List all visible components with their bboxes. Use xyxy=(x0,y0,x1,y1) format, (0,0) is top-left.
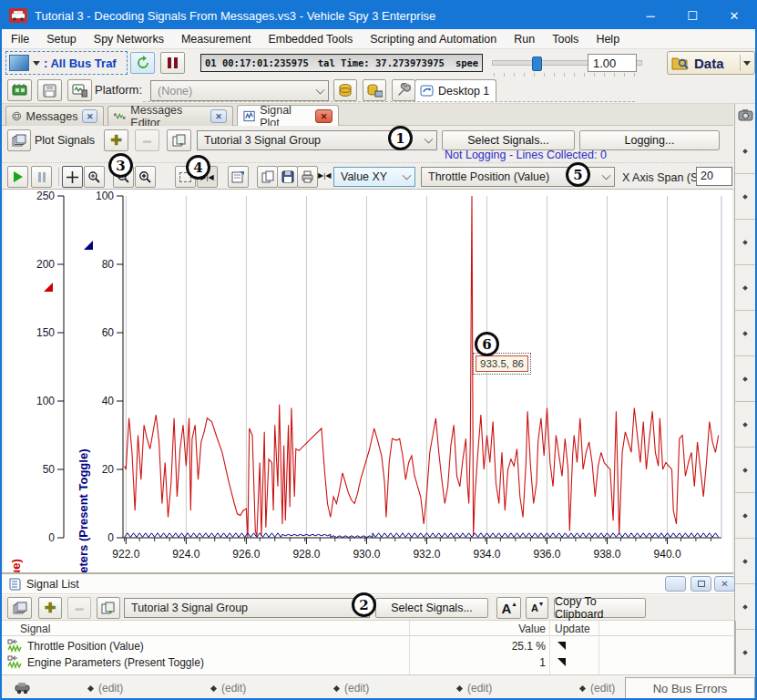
signal-list-menu-button[interactable] xyxy=(7,597,32,619)
copy-clipboard-label: Copy To Clipboard xyxy=(555,595,645,621)
dock-panel-handle[interactable] xyxy=(735,402,755,448)
copy-to-clipboard-button[interactable]: Copy To Clipboard xyxy=(554,598,646,618)
tab-signal-plot[interactable]: Signal Plot ✕ xyxy=(237,105,339,127)
column-header-value[interactable]: Value xyxy=(473,623,546,635)
chevron-down-icon[interactable] xyxy=(743,61,751,66)
column-header-update[interactable]: Update xyxy=(555,623,590,635)
signal-name: Throttle Position (Value) xyxy=(27,640,144,653)
plot-print-button[interactable] xyxy=(297,166,318,188)
x-tick-label: 926.0 xyxy=(232,548,260,561)
save-setup-button[interactable] xyxy=(37,79,62,101)
data-button[interactable]: Data xyxy=(667,51,755,75)
tab-desktop-1[interactable]: Desktop 1 xyxy=(414,79,496,102)
add-plot-button[interactable]: ✚ xyxy=(104,129,128,151)
tab-messages[interactable]: Messages ✕ xyxy=(5,106,104,126)
speed-value-input[interactable]: 1.00 xyxy=(588,54,637,72)
platform-config-button[interactable] xyxy=(67,79,92,101)
status-edit-slot[interactable]: (edit) xyxy=(88,682,123,695)
menu-file[interactable]: File xyxy=(11,33,29,46)
dock-panel-handle[interactable] xyxy=(735,356,755,402)
tab-close-button[interactable]: ✕ xyxy=(82,109,97,123)
plot-pause-button[interactable] xyxy=(31,166,52,188)
remove-signal-group-button[interactable]: ▬ xyxy=(67,597,91,619)
menu-help[interactable]: Help xyxy=(596,33,619,46)
plot-mode-select[interactable]: Value XY xyxy=(333,167,415,187)
refresh-button[interactable] xyxy=(130,52,155,74)
close-button[interactable]: ✕ xyxy=(713,2,755,29)
red-axis-title: Throttle Position (Value) xyxy=(9,559,23,572)
slider-thumb[interactable] xyxy=(532,57,542,71)
platform-select[interactable]: (None) xyxy=(150,80,329,101)
tab-close-button[interactable]: ✕ xyxy=(210,109,227,123)
bus-filter-label: : All Bus Traf xyxy=(44,57,117,70)
window-title: Tutorial 3 - Decoding Signals From Messa… xyxy=(35,9,629,23)
save-icon xyxy=(281,170,294,183)
edit-label: (edit) xyxy=(590,682,615,695)
copy-group-button[interactable] xyxy=(167,129,191,151)
dock-panel-handle[interactable] xyxy=(735,584,755,630)
select-signals-button[interactable]: Select Signals... xyxy=(375,598,488,618)
font-bigger-button[interactable]: A▴ xyxy=(496,597,521,619)
menu-embedded-tools[interactable]: Embedded Tools xyxy=(268,33,353,46)
menu-scripting-and-automation[interactable]: Scripting and Automation xyxy=(370,33,496,46)
dock-panel-handle[interactable] xyxy=(735,311,755,356)
chevron-down-icon xyxy=(403,171,412,180)
zoom-in-button[interactable] xyxy=(135,166,156,188)
menu-setup[interactable]: Setup xyxy=(46,33,77,46)
table-row[interactable]: Throttle Position (Value)25.1 % xyxy=(2,638,733,654)
status-edit-slot[interactable]: (edit) xyxy=(334,682,369,695)
plot-signals-menu-button[interactable] xyxy=(7,129,31,151)
column-header-signal[interactable]: Signal xyxy=(20,623,50,635)
dock-panel-handle[interactable] xyxy=(735,220,755,265)
dock-panel-handle[interactable] xyxy=(735,448,755,493)
status-edit-slot[interactable]: (edit) xyxy=(211,682,246,695)
database-button[interactable] xyxy=(333,79,357,101)
red-tick-label: 250 xyxy=(36,190,55,202)
bus-filter-control[interactable]: : All Bus Traf xyxy=(5,51,128,75)
copy-group-button[interactable] xyxy=(97,597,120,619)
dock-panel-handle[interactable] xyxy=(735,265,755,311)
menu-run[interactable]: Run xyxy=(514,33,535,46)
signal-group-select[interactable]: Tutorial 3 Signal Group xyxy=(124,598,370,618)
logging-button[interactable]: Logging... xyxy=(579,130,720,150)
pan-mode-button[interactable] xyxy=(62,166,83,188)
x-axis-span-input[interactable]: 20 xyxy=(696,167,732,186)
dock-panel-handle[interactable] xyxy=(735,539,755,584)
panel-close-button[interactable]: ✕ xyxy=(714,576,735,592)
camera-icon[interactable] xyxy=(738,108,754,122)
dock-panel-handle[interactable] xyxy=(735,493,755,539)
tab-close-button[interactable]: ✕ xyxy=(315,109,332,123)
chart-canvas[interactable]: 922.0924.0926.0928.0930.0932.0934.0936.0… xyxy=(4,190,732,572)
plot-play-button[interactable] xyxy=(7,166,28,188)
panel-menu-button[interactable] xyxy=(665,576,686,592)
menu-measurement[interactable]: Measurement xyxy=(181,33,251,46)
minimize-button[interactable]: ─ xyxy=(629,2,671,29)
font-smaller-button[interactable]: A▾ xyxy=(526,597,548,619)
pause-button[interactable] xyxy=(160,52,185,74)
tab-messages-editor[interactable]: Messages Editor ✕ xyxy=(107,106,233,126)
dock-panel-handle[interactable] xyxy=(735,174,755,220)
blue-tick-label: 20 xyxy=(102,463,115,476)
add-signal-group-button[interactable]: ✚ xyxy=(38,597,62,619)
select-signals-button[interactable]: Select Signals... xyxy=(442,130,575,150)
plot-copy-button[interactable] xyxy=(257,166,278,188)
status-edit-slot[interactable]: (edit) xyxy=(457,682,492,695)
menu-spy-networks[interactable]: Spy Networks xyxy=(94,33,164,46)
zoom-mode-button[interactable] xyxy=(84,166,105,188)
dock-panel-handle[interactable] xyxy=(735,129,755,174)
table-row[interactable]: Engine Parameters (Present Toggle)1 xyxy=(2,654,733,671)
hardware-button[interactable] xyxy=(7,79,32,101)
plot-properties-button[interactable] xyxy=(228,166,249,188)
maximize-button[interactable]: ☐ xyxy=(671,2,713,29)
signal-plot-chart[interactable]: 922.0924.0926.0928.0930.0932.0934.0936.0… xyxy=(4,190,732,572)
fit-x-axis-icon[interactable]: ▶|◀ xyxy=(318,171,331,180)
dock-panel-handle[interactable] xyxy=(735,630,755,675)
menu-tools[interactable]: Tools xyxy=(552,33,578,46)
database-pc-button[interactable] xyxy=(363,79,386,101)
active-signal-value: Throttle Position (Value) xyxy=(428,170,549,183)
panel-restore-button[interactable] xyxy=(691,576,711,592)
plot-save-button[interactable] xyxy=(277,166,298,188)
remove-plot-button[interactable]: ▬ xyxy=(135,129,159,151)
status-edit-slot[interactable]: (edit) xyxy=(580,682,615,695)
tools-button[interactable] xyxy=(392,79,415,101)
